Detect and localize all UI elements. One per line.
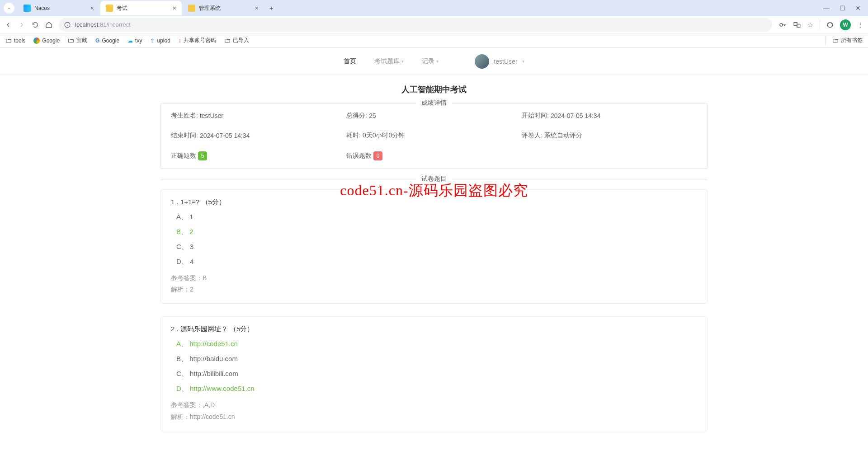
- address-bar: localhost:81/incorrect ☆ W ⋮: [0, 16, 868, 33]
- question-option[interactable]: B、 2: [176, 228, 697, 236]
- questions-legend: 试卷题目: [416, 175, 452, 183]
- exam-title: 人工智能期中考试: [160, 84, 708, 95]
- site-info-icon[interactable]: [64, 22, 71, 28]
- end-time: 结束时间: 2024-07-05 14:34: [171, 132, 346, 140]
- back-icon[interactable]: [5, 21, 12, 28]
- svg-point-3: [780, 24, 783, 26]
- correct-badge: 5: [198, 151, 207, 160]
- browser-tab-exam[interactable]: 考试 ×: [100, 1, 182, 15]
- question-option[interactable]: A、 1: [176, 213, 697, 221]
- question-option[interactable]: C、 3: [176, 243, 697, 251]
- username-label: testUser: [494, 58, 517, 65]
- bookmark-item[interactable]: GGoogle: [95, 38, 119, 44]
- wrong-count: 错误题数0: [346, 151, 522, 160]
- close-window-icon[interactable]: ✕: [855, 5, 861, 12]
- password-icon[interactable]: [778, 20, 787, 28]
- nav-exam-bank[interactable]: 考试题库 ▾: [374, 57, 404, 66]
- question-option[interactable]: A、 http://code51.cn: [176, 340, 697, 348]
- bookmark-item[interactable]: ↕共享账号密码: [179, 37, 216, 44]
- bookmark-item[interactable]: ⇪uplod: [150, 38, 170, 44]
- tab-title: 考试: [117, 5, 127, 12]
- chevron-down-icon: ▾: [436, 59, 439, 64]
- window-controls: — ☐ ✕: [823, 5, 868, 12]
- home-icon[interactable]: [45, 21, 52, 28]
- chevron-down-icon: [6, 5, 12, 11]
- correct-count: 正确题数5: [171, 151, 346, 160]
- maximize-icon[interactable]: ☐: [840, 5, 845, 12]
- start-time: 开始时间: 2024-07-05 14:34: [522, 112, 697, 120]
- browser-chrome: Nacos × 考试 × 管理系统 × + — ☐ ✕ localhost:81…: [0, 0, 868, 48]
- chevron-down-icon: ▾: [522, 59, 524, 64]
- candidate-name: 考生姓名: testUser: [171, 112, 346, 120]
- reload-icon[interactable]: [32, 21, 39, 28]
- close-icon[interactable]: ×: [90, 5, 94, 12]
- chevron-down-icon: ▾: [401, 59, 404, 64]
- upload-icon: ⇪: [150, 38, 155, 44]
- google-icon: G: [95, 38, 99, 44]
- questions-panel: 试卷题目 1 . 1+1=? （5分）A、 1B、 2C、 3D、 4参考答案：…: [160, 179, 708, 431]
- duration: 耗时: 0天0小时0分钟: [346, 132, 522, 140]
- question-meta: 参考答案：B解析：2: [171, 273, 697, 295]
- total-score: 总得分: 25: [346, 112, 522, 120]
- question-option[interactable]: D、 http://www.code51.cn: [176, 385, 697, 393]
- share-icon: ↕: [179, 38, 181, 44]
- svg-rect-4: [794, 22, 797, 25]
- bookmark-item[interactable]: 已导入: [224, 37, 249, 44]
- close-icon[interactable]: ×: [173, 5, 176, 12]
- url-text: localhost:81/incorrect: [75, 21, 131, 28]
- nav-records[interactable]: 记录 ▾: [422, 57, 439, 66]
- extensions-icon[interactable]: [826, 21, 834, 28]
- avatar: [475, 54, 489, 69]
- browser-tab-nacos[interactable]: Nacos ×: [18, 1, 99, 15]
- bookmark-item[interactable]: 宝藏: [68, 37, 87, 44]
- question-option[interactable]: D、 4: [176, 258, 697, 266]
- question-title: 1 . 1+1=? （5分）: [171, 198, 697, 207]
- menu-dots-icon[interactable]: ⋮: [857, 21, 863, 28]
- user-menu[interactable]: testUser ▾: [475, 54, 524, 69]
- bookmark-star-icon[interactable]: ☆: [807, 21, 813, 28]
- grader: 评卷人: 系统自动评分: [522, 132, 697, 140]
- browser-tab-admin[interactable]: 管理系统 ×: [183, 1, 264, 15]
- question-card: 1 . 1+1=? （5分）A、 1B、 2C、 3D、 4参考答案：B解析：2: [160, 189, 708, 304]
- translate-icon[interactable]: [793, 20, 801, 28]
- tab-strip: Nacos × 考试 × 管理系统 × + — ☐ ✕: [0, 0, 868, 16]
- bookmark-item[interactable]: Google: [33, 38, 60, 44]
- question-title: 2 . 源码乐园网址？ （5分）: [171, 325, 697, 334]
- google-icon: [33, 38, 40, 44]
- forward-icon[interactable]: [18, 21, 25, 28]
- tab-title: 管理系统: [199, 5, 221, 12]
- minimize-icon[interactable]: —: [823, 5, 830, 12]
- tab-favicon-icon: [188, 5, 195, 12]
- tab-search-button[interactable]: [4, 3, 14, 14]
- score-legend: 成绩详情: [416, 99, 452, 107]
- main-container: 人工智能期中考试 成绩详情 考生姓名: testUser 总得分: 25 开始时…: [160, 75, 708, 453]
- cloud-icon: ☁: [127, 38, 133, 44]
- folder-icon: [224, 38, 231, 44]
- question-option[interactable]: C、 http://bilibili.com: [176, 370, 697, 378]
- nav-home[interactable]: 首页: [344, 57, 356, 66]
- bookmarks-bar: tools Google 宝藏 GGoogle ☁txy ⇪uplod ↕共享账…: [0, 33, 868, 48]
- new-tab-button[interactable]: +: [265, 2, 278, 14]
- tab-title: Nacos: [34, 5, 50, 11]
- bookmark-item[interactable]: tools: [5, 38, 25, 44]
- tab-favicon-icon: [106, 5, 113, 12]
- svg-rect-5: [797, 24, 800, 27]
- folder-icon: [5, 38, 12, 44]
- score-panel: 成绩详情 考生姓名: testUser 总得分: 25 开始时间: 2024-0…: [160, 103, 708, 169]
- question-option[interactable]: B、 http://baidu.com: [176, 355, 697, 363]
- tab-favicon-icon: [24, 5, 31, 12]
- folder-icon: [832, 38, 839, 44]
- wrong-badge: 0: [373, 151, 382, 160]
- profile-avatar[interactable]: W: [840, 19, 851, 30]
- folder-icon: [68, 38, 74, 44]
- page-nav: 首页 考试题库 ▾ 记录 ▾ testUser ▾: [0, 48, 868, 75]
- question-meta: 参考答案：,A,D解析：http://code51.cn: [171, 400, 697, 422]
- question-card: 2 . 源码乐园网址？ （5分）A、 http://code51.cnB、 ht…: [160, 316, 708, 431]
- url-input[interactable]: localhost:81/incorrect: [59, 18, 772, 32]
- bookmark-item[interactable]: ☁txy: [127, 38, 142, 44]
- close-icon[interactable]: ×: [255, 5, 259, 12]
- all-bookmarks-button[interactable]: 所有书签: [832, 37, 863, 44]
